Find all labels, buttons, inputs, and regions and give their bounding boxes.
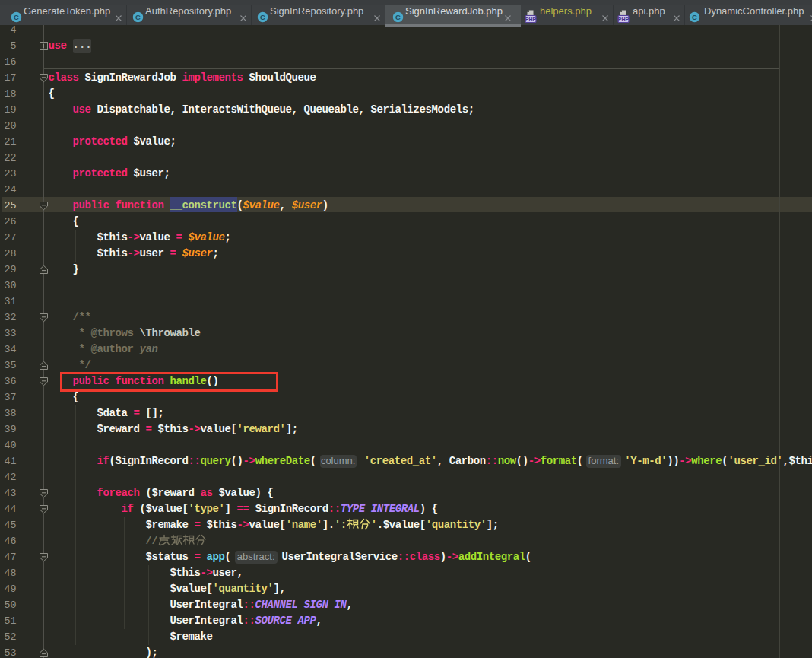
svg-text:C: C [135,13,141,21]
svg-text:PHP: PHP [525,17,537,22]
svg-text:C: C [260,13,265,21]
svg-text:C: C [14,13,19,21]
svg-text:C: C [395,13,401,21]
svg-text:C: C [692,13,697,21]
svg-text:PHP: PHP [618,17,630,22]
